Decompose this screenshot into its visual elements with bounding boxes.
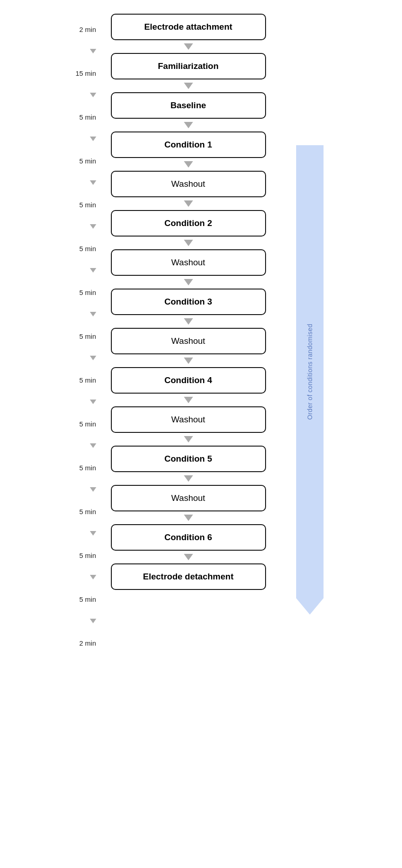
center-arrow-icon-condition-3 bbox=[184, 318, 193, 325]
time-label-washout-5: 5 min bbox=[79, 540, 96, 571]
right-annotation-column: Order of conditions randomised bbox=[282, 14, 337, 483]
left-arrow-condition-4 bbox=[90, 439, 96, 452]
connector-arrow-washout-2 bbox=[102, 276, 275, 289]
time-label-washout-1: 5 min bbox=[79, 189, 96, 220]
box-familiarization: Familiarization bbox=[111, 53, 266, 79]
time-label-condition-5: 5 min bbox=[79, 496, 96, 527]
time-label-condition-6: 5 min bbox=[79, 584, 96, 615]
box-washout-4: Washout bbox=[111, 406, 266, 433]
box-washout-2: Washout bbox=[111, 249, 266, 276]
connector-arrow-washout-3 bbox=[102, 354, 275, 367]
connector-arrow-electrode-attachment bbox=[102, 40, 275, 53]
center-arrow-icon-condition-5 bbox=[184, 475, 193, 482]
connector-arrow-washout-1 bbox=[102, 197, 275, 210]
connector-arrow-baseline bbox=[102, 119, 275, 132]
left-arrow-washout-2 bbox=[90, 308, 96, 321]
left-arrow-icon-washout-1 bbox=[90, 224, 96, 229]
center-arrow-icon-familiarization bbox=[184, 83, 193, 89]
left-arrow-icon-washout-4 bbox=[90, 487, 96, 492]
connector-arrow-washout-4 bbox=[102, 433, 275, 446]
left-arrow-icon-condition-4 bbox=[90, 443, 96, 448]
time-label-washout-2: 5 min bbox=[79, 277, 96, 308]
left-arrow-icon-washout-2 bbox=[90, 312, 96, 316]
left-arrow-condition-1 bbox=[90, 176, 96, 189]
time-label-electrode-attachment: 2 min bbox=[79, 14, 96, 45]
left-arrow-familiarization bbox=[90, 89, 96, 101]
side-annotation-body: Order of conditions randomised bbox=[296, 145, 324, 598]
center-arrow-icon-condition-2 bbox=[184, 240, 193, 246]
left-arrow-condition-2 bbox=[90, 264, 96, 277]
center-arrow-icon-washout-3 bbox=[184, 358, 193, 364]
center-arrow-icon-condition-1 bbox=[184, 161, 193, 168]
connector-arrow-condition-2 bbox=[102, 237, 275, 249]
center-arrow-icon-washout-5 bbox=[184, 515, 193, 521]
left-arrow-icon-condition-5 bbox=[90, 531, 96, 536]
center-arrow-icon-baseline bbox=[184, 122, 193, 128]
time-label-familiarization: 15 min bbox=[75, 58, 96, 89]
time-label-baseline: 5 min bbox=[79, 101, 96, 132]
box-condition-5: Condition 5 bbox=[111, 446, 266, 472]
left-column: 2 min15 min5 min5 min5 min5 min5 min5 mi… bbox=[65, 14, 102, 671]
time-label-condition-1: 5 min bbox=[79, 145, 96, 176]
time-label-electrode-detachment: 2 min bbox=[79, 627, 96, 658]
connector-arrow-condition-1 bbox=[102, 158, 275, 171]
left-arrow-icon-washout-3 bbox=[90, 400, 96, 404]
box-washout-3: Washout bbox=[111, 328, 266, 354]
left-arrow-icon-condition-1 bbox=[90, 180, 96, 185]
connector-arrow-familiarization bbox=[102, 79, 275, 92]
left-arrow-icon-condition-3 bbox=[90, 356, 96, 360]
time-label-condition-3: 5 min bbox=[79, 321, 96, 352]
time-label-condition-2: 5 min bbox=[79, 233, 96, 264]
connector-arrow-condition-3 bbox=[102, 315, 275, 328]
connector-arrow-washout-5 bbox=[102, 511, 275, 524]
side-annotation-text: Order of conditions randomised bbox=[306, 324, 313, 420]
center-arrow-icon-condition-6 bbox=[184, 554, 193, 560]
left-arrow-washout-4 bbox=[90, 483, 96, 496]
box-condition-4: Condition 4 bbox=[111, 367, 266, 394]
diagram-container: 2 min15 min5 min5 min5 min5 min5 min5 mi… bbox=[65, 14, 337, 671]
side-annotation-arrowhead bbox=[296, 598, 324, 615]
box-washout-1: Washout bbox=[111, 171, 266, 197]
left-arrow-icon-condition-6 bbox=[90, 619, 96, 623]
left-arrow-icon-familiarization bbox=[90, 93, 96, 97]
left-arrow-electrode-attachment bbox=[90, 45, 96, 58]
left-arrow-icon-electrode-attachment bbox=[90, 49, 96, 53]
box-electrode-detachment: Electrode detachment bbox=[111, 563, 266, 590]
connector-arrow-condition-5 bbox=[102, 472, 275, 485]
left-arrow-washout-3 bbox=[90, 395, 96, 408]
left-arrow-condition-6 bbox=[90, 615, 96, 627]
left-arrow-icon-condition-2 bbox=[90, 268, 96, 273]
box-condition-2: Condition 2 bbox=[111, 210, 266, 237]
side-annotation-wrapper: Order of conditions randomised bbox=[282, 145, 337, 615]
time-label-condition-4: 5 min bbox=[79, 408, 96, 439]
center-arrow-icon-washout-2 bbox=[184, 279, 193, 285]
left-arrow-icon-washout-5 bbox=[90, 575, 96, 579]
center-arrow-icon-washout-1 bbox=[184, 200, 193, 207]
left-arrow-condition-5 bbox=[90, 527, 96, 540]
time-label-washout-3: 5 min bbox=[79, 364, 96, 395]
center-arrow-icon-electrode-attachment bbox=[184, 43, 193, 50]
time-label-washout-4: 5 min bbox=[79, 452, 96, 483]
connector-arrow-condition-4 bbox=[102, 394, 275, 406]
box-electrode-attachment: Electrode attachment bbox=[111, 14, 266, 40]
left-arrow-washout-1 bbox=[90, 220, 96, 233]
left-arrow-baseline bbox=[90, 132, 96, 145]
box-baseline: Baseline bbox=[111, 92, 266, 119]
box-condition-1: Condition 1 bbox=[111, 132, 266, 158]
box-condition-3: Condition 3 bbox=[111, 289, 266, 315]
center-column: Electrode attachmentFamiliarizationBasel… bbox=[102, 14, 275, 590]
left-arrow-condition-3 bbox=[90, 352, 96, 364]
center-arrow-icon-washout-4 bbox=[184, 436, 193, 442]
left-arrow-icon-baseline bbox=[90, 137, 96, 141]
left-arrow-washout-5 bbox=[90, 571, 96, 584]
box-condition-6: Condition 6 bbox=[111, 524, 266, 551]
center-arrow-icon-condition-4 bbox=[184, 397, 193, 403]
box-washout-5: Washout bbox=[111, 485, 266, 511]
connector-arrow-condition-6 bbox=[102, 551, 275, 563]
